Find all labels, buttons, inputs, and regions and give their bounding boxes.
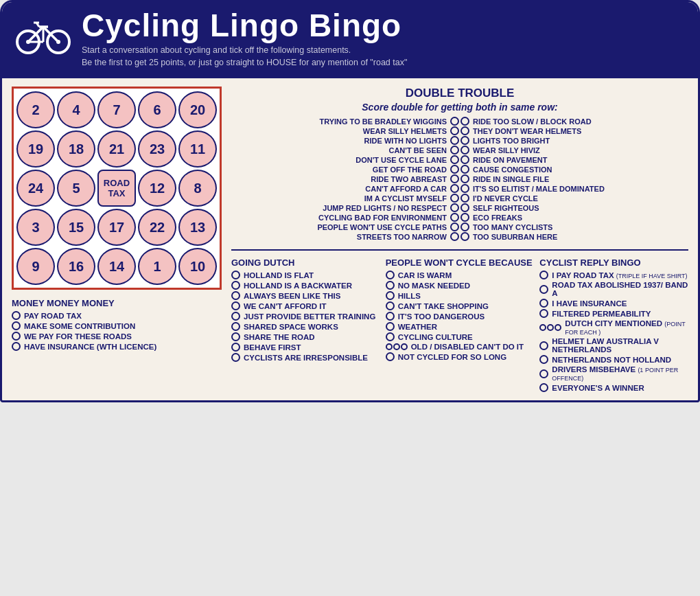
checkbox[interactable] xyxy=(539,341,548,350)
checkbox[interactable] xyxy=(231,343,240,352)
checkbox[interactable] xyxy=(450,184,459,193)
checkbox[interactable] xyxy=(460,155,469,164)
checkbox[interactable] xyxy=(460,174,469,183)
checkbox[interactable] xyxy=(539,299,548,308)
checkbox[interactable] xyxy=(460,117,469,126)
bingo-cell: 5 xyxy=(57,170,95,207)
checkbox[interactable] xyxy=(539,355,548,364)
bingo-cell: 3 xyxy=(16,209,55,246)
checkbox[interactable] xyxy=(460,126,469,135)
checkbox[interactable] xyxy=(401,343,408,350)
checkbox[interactable] xyxy=(386,291,395,300)
checkbox[interactable] xyxy=(231,353,240,362)
bingo-cell: 19 xyxy=(16,130,55,168)
bingo-cell: 20 xyxy=(178,91,217,128)
checkbox[interactable] xyxy=(539,285,548,294)
list-item: NETHERLANDS NOT HOLLAND xyxy=(539,355,688,364)
dt-row: CAN'T AFFORD A CAR IT'S SO ELITIST / MAL… xyxy=(231,184,688,193)
checkbox[interactable] xyxy=(231,322,240,331)
checkbox[interactable] xyxy=(539,309,548,318)
bingo-cell: 7 xyxy=(97,91,136,128)
dt-row: GET OFF THE ROAD CAUSE CONGESTION xyxy=(231,165,688,174)
checkbox[interactable] xyxy=(231,281,240,290)
list-item: NO MASK NEEDED xyxy=(386,281,535,290)
dt-row: PEOPLE WON'T USE CYCLE PATHS TOO MANY CY… xyxy=(231,222,688,231)
checkbox[interactable] xyxy=(555,324,561,331)
bingo-cell: 21 xyxy=(97,130,136,168)
checkbox[interactable] xyxy=(450,174,459,183)
double-trouble-grid: TRYING TO BE BRADLEY WIGGINS RIDE TOO SL… xyxy=(231,117,688,241)
checkbox[interactable] xyxy=(450,203,459,212)
checkbox[interactable] xyxy=(460,203,469,212)
checkbox[interactable] xyxy=(460,136,469,145)
checkbox[interactable] xyxy=(386,301,395,310)
checkbox[interactable] xyxy=(460,194,469,203)
going-dutch-col: GOING DUTCH HOLLAND IS FLAT HOLLAND IS A… xyxy=(231,257,380,393)
checkbox[interactable] xyxy=(231,332,240,341)
checkbox[interactable] xyxy=(460,222,469,231)
bingo-cell: 24 xyxy=(16,170,55,207)
checkbox[interactable] xyxy=(386,322,395,331)
list-item: HILLS xyxy=(386,291,535,300)
checkbox[interactable] xyxy=(450,213,459,222)
checkbox[interactable] xyxy=(12,311,21,320)
checkbox[interactable] xyxy=(386,271,395,279)
cyclist-reply-title: CYCLIST REPLY BINGO xyxy=(539,257,688,268)
money-section-title: MONEY MONEY MONEY xyxy=(12,298,224,308)
checkbox[interactable] xyxy=(450,146,459,154)
bingo-cell-road-tax: ROADTAX xyxy=(97,170,136,207)
triple-checkbox xyxy=(386,343,408,350)
bingo-cell: 10 xyxy=(178,248,217,285)
checkbox[interactable] xyxy=(450,126,459,135)
checkbox[interactable] xyxy=(450,117,459,126)
checkbox[interactable] xyxy=(460,184,469,193)
double-trouble-section: DOUBLE TROUBLE Score double for getting … xyxy=(231,87,688,241)
bingo-cell: 9 xyxy=(16,248,55,285)
checkbox[interactable] xyxy=(539,271,548,279)
list-item: I PAY ROAD TAX (TRIPLE IF HAVE SHIRT) xyxy=(539,271,688,279)
dt-row: JUMP RED LIGHTS / NO RESPECT SELF RIGHTE… xyxy=(231,203,688,212)
checkbox[interactable] xyxy=(231,312,240,321)
bingo-cell: 16 xyxy=(57,248,95,285)
checkbox[interactable] xyxy=(547,324,554,331)
checkbox[interactable] xyxy=(460,165,469,174)
checkbox[interactable] xyxy=(450,222,459,231)
dt-row: RIDE WITH NO LIGHTS LIGHTS TOO BRIGHT xyxy=(231,136,688,145)
bingo-cell: 17 xyxy=(97,209,136,246)
checkbox[interactable] xyxy=(460,146,469,154)
main-container: Cycling Lingo Bingo Start a conversation… xyxy=(0,0,700,402)
checkbox[interactable] xyxy=(386,343,393,350)
checkbox[interactable] xyxy=(450,136,459,145)
bingo-cell: 18 xyxy=(57,130,95,168)
checkbox[interactable] xyxy=(393,343,400,350)
bingo-cell: 8 xyxy=(178,170,217,207)
people-wont-cycle-checklist: CAR IS WARM NO MASK NEEDED HILLS CAN'T T… xyxy=(386,271,535,361)
checkbox[interactable] xyxy=(386,312,395,321)
checkbox[interactable] xyxy=(12,342,21,351)
list-item: IT'S TOO DANGEROUS xyxy=(386,312,535,321)
checkbox[interactable] xyxy=(386,352,395,361)
checkbox[interactable] xyxy=(460,213,469,222)
checkbox[interactable] xyxy=(539,383,548,392)
double-trouble-subtitle: Score double for getting both in same ro… xyxy=(231,102,688,113)
bingo-cell: 6 xyxy=(138,91,176,128)
checkbox[interactable] xyxy=(12,321,21,330)
checkbox[interactable] xyxy=(231,271,240,279)
checkbox[interactable] xyxy=(450,165,459,174)
dt-row: IM A CYCLIST MYSELF I'D NEVER CYCLE xyxy=(231,194,688,203)
checkbox[interactable] xyxy=(231,301,240,310)
checkbox[interactable] xyxy=(231,291,240,300)
bingo-cell: 4 xyxy=(57,91,95,128)
bingo-cell: 1 xyxy=(138,248,176,285)
checkbox[interactable] xyxy=(450,232,459,241)
dt-row: TRYING TO BE BRADLEY WIGGINS RIDE TOO SL… xyxy=(231,117,688,126)
checkbox[interactable] xyxy=(539,369,548,378)
checkbox[interactable] xyxy=(539,324,546,331)
checkbox[interactable] xyxy=(450,155,459,164)
checkbox[interactable] xyxy=(450,194,459,203)
checkbox[interactable] xyxy=(460,232,469,241)
checkbox[interactable] xyxy=(386,281,395,290)
checkbox[interactable] xyxy=(12,332,21,341)
list-item: BEHAVE FIRST xyxy=(231,343,380,352)
checkbox[interactable] xyxy=(386,332,395,341)
